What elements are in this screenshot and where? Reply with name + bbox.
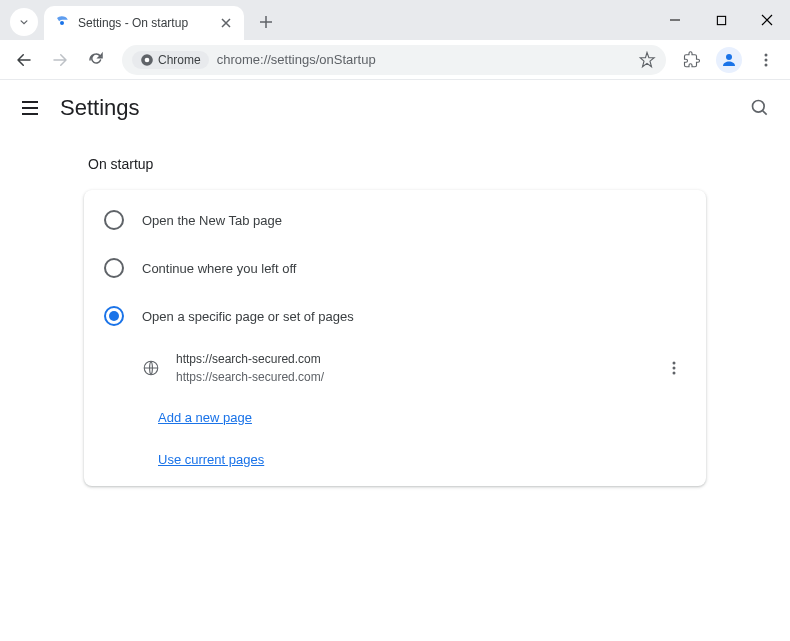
svg-point-11 [673, 367, 676, 370]
window-controls [652, 0, 790, 40]
option-specific-pages[interactable]: Open a specific page or set of pages [84, 292, 706, 340]
close-icon [761, 14, 773, 26]
radio-icon [104, 210, 124, 230]
reload-icon [87, 51, 105, 69]
svg-rect-1 [717, 16, 725, 24]
menu-button[interactable] [750, 44, 782, 76]
minimize-icon [669, 14, 681, 26]
extensions-button[interactable] [676, 44, 708, 76]
maximize-icon [716, 15, 727, 26]
maximize-button[interactable] [698, 0, 744, 40]
svg-point-6 [765, 58, 768, 61]
forward-button[interactable] [44, 44, 76, 76]
svg-point-4 [726, 54, 732, 60]
chevron-down-icon [17, 15, 31, 29]
chrome-chip-label: Chrome [158, 53, 201, 67]
browser-tab[interactable]: Settings - On startup [44, 6, 244, 40]
hamburger-icon [20, 98, 40, 118]
settings-search-button[interactable] [750, 98, 770, 118]
tab-favicon-icon [54, 15, 70, 31]
back-button[interactable] [8, 44, 40, 76]
page-title: https://search-secured.com [176, 350, 646, 368]
search-icon [750, 98, 770, 118]
hamburger-menu-button[interactable] [20, 98, 40, 118]
page-more-button[interactable] [662, 356, 686, 380]
svg-point-3 [145, 57, 150, 62]
person-icon [720, 51, 738, 69]
address-bar[interactable]: Chrome chrome://settings/onStartup [122, 45, 666, 75]
svg-point-10 [673, 362, 676, 365]
settings-header: Settings [0, 80, 790, 136]
close-window-button[interactable] [744, 0, 790, 40]
option-label: Continue where you left off [142, 261, 296, 276]
tab-close-button[interactable] [218, 15, 234, 31]
puzzle-icon [683, 51, 701, 69]
url-text: chrome://settings/onStartup [217, 52, 630, 67]
globe-icon [142, 359, 160, 377]
arrow-right-icon [51, 51, 69, 69]
startup-card: Open the New Tab page Continue where you… [84, 190, 706, 486]
use-current-row: Use current pages [84, 438, 706, 480]
svg-point-7 [765, 63, 768, 66]
use-current-link[interactable]: Use current pages [158, 452, 264, 467]
section-title: On startup [84, 156, 706, 172]
plus-icon [259, 15, 273, 29]
svg-point-5 [765, 53, 768, 56]
settings-title: Settings [60, 95, 140, 121]
add-page-row: Add a new page [84, 396, 706, 438]
option-continue[interactable]: Continue where you left off [84, 244, 706, 292]
minimize-button[interactable] [652, 0, 698, 40]
page-url: https://search-secured.com/ [176, 368, 646, 386]
chrome-chip: Chrome [132, 51, 209, 69]
chrome-icon [140, 53, 154, 67]
settings-content: On startup Open the New Tab page Continu… [0, 136, 790, 506]
profile-button[interactable] [716, 47, 742, 73]
page-text: https://search-secured.com https://searc… [176, 350, 646, 386]
option-label: Open the New Tab page [142, 213, 282, 228]
tab-search-button[interactable] [10, 8, 38, 36]
add-page-link[interactable]: Add a new page [158, 410, 252, 425]
reload-button[interactable] [80, 44, 112, 76]
titlebar: Settings - On startup [0, 0, 790, 40]
option-new-tab[interactable]: Open the New Tab page [84, 196, 706, 244]
tab-title: Settings - On startup [78, 16, 210, 30]
new-tab-button[interactable] [252, 8, 280, 36]
more-vertical-icon [666, 360, 682, 376]
close-icon [221, 18, 231, 28]
svg-point-0 [60, 21, 64, 25]
svg-point-8 [753, 101, 765, 113]
bookmark-button[interactable] [638, 51, 656, 69]
svg-point-12 [673, 372, 676, 375]
browser-toolbar: Chrome chrome://settings/onStartup [0, 40, 790, 80]
star-icon [638, 51, 656, 69]
startup-page-row: https://search-secured.com https://searc… [84, 340, 706, 396]
option-label: Open a specific page or set of pages [142, 309, 354, 324]
radio-icon [104, 258, 124, 278]
arrow-left-icon [15, 51, 33, 69]
more-vertical-icon [758, 52, 774, 68]
radio-checked-icon [104, 306, 124, 326]
